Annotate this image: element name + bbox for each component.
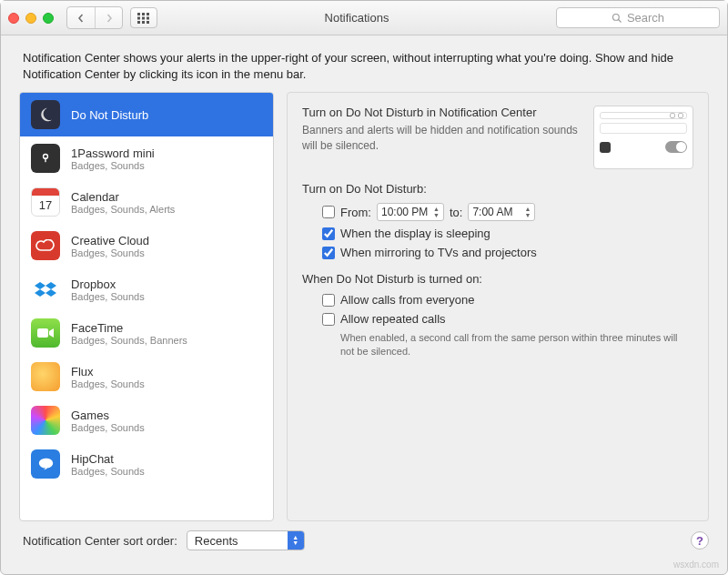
detail-title: Turn on Do Not Disturb in Notification C… xyxy=(302,106,582,119)
svg-rect-2 xyxy=(147,13,149,15)
app-name: Dropbox xyxy=(71,277,145,291)
notification-center-preview xyxy=(593,106,693,169)
from-label: From: xyxy=(340,206,371,219)
sidebar-item-hipchat[interactable]: HipChatBadges, Sounds xyxy=(20,442,273,486)
titlebar: Notifications Search xyxy=(1,1,727,35)
dropbox-icon xyxy=(31,275,60,304)
1password-icon xyxy=(31,144,60,173)
to-label: to: xyxy=(450,206,462,219)
intro-text: Notification Center shows your alerts in… xyxy=(1,35,727,92)
from-time-field[interactable]: 10:00 PM ▲▼ xyxy=(377,203,444,221)
mirroring-row: When mirroring to TVs and projectors xyxy=(322,246,693,259)
display-sleeping-row: When the display is sleeping xyxy=(322,227,693,240)
sort-order-value: Recents xyxy=(195,534,238,548)
zoom-icon[interactable] xyxy=(43,13,54,24)
moon-icon xyxy=(600,142,611,153)
stepper-icon[interactable]: ▲▼ xyxy=(524,206,531,218)
detail-header: Turn on Do Not Disturb in Notification C… xyxy=(302,106,693,169)
allow-everyone-row: Allow calls from everyone xyxy=(322,293,693,307)
app-sub: Badges, Sounds, Alerts xyxy=(71,204,175,215)
svg-rect-5 xyxy=(147,16,149,19)
preferences-window: Notifications Search Notification Center… xyxy=(0,0,728,575)
sidebar-item-calendar[interactable]: 17 CalendarBadges, Sounds, Alerts xyxy=(20,180,273,224)
sidebar-item-flux[interactable]: FluxBadges, Sounds xyxy=(20,355,273,398)
schedule-from-row: From: 10:00 PM ▲▼ to: 7:00 AM ▲▼ xyxy=(322,203,693,221)
hipchat-icon xyxy=(31,449,60,479)
app-sub: Badges, Sounds xyxy=(71,378,145,389)
search-icon xyxy=(612,13,622,24)
search-placeholder: Search xyxy=(627,11,664,25)
show-all-button[interactable] xyxy=(130,7,157,28)
display-sleeping-checkbox[interactable] xyxy=(322,227,335,240)
allow-everyone-label: Allow calls from everyone xyxy=(340,293,474,307)
svg-rect-0 xyxy=(137,13,140,15)
sort-order-select[interactable]: Recents ▲▼ xyxy=(187,530,305,550)
svg-rect-13 xyxy=(37,328,48,338)
footer: Notification Center sort order: Recents … xyxy=(1,521,727,574)
forward-button[interactable] xyxy=(95,7,122,28)
app-name: FaceTime xyxy=(71,321,187,335)
sidebar-item-dropbox[interactable]: DropboxBadges, Sounds xyxy=(20,267,273,311)
allow-repeated-checkbox[interactable] xyxy=(322,313,335,326)
svg-rect-8 xyxy=(147,21,149,24)
game-center-icon xyxy=(31,406,60,435)
moon-icon xyxy=(31,100,60,129)
minimize-icon[interactable] xyxy=(25,13,36,24)
search-mini-icon xyxy=(670,113,675,118)
app-name: Do Not Disturb xyxy=(71,108,148,122)
mirroring-checkbox[interactable] xyxy=(322,247,335,259)
app-name: 1Password mini xyxy=(71,146,155,160)
schedule-label: Turn on Do Not Disturb: xyxy=(302,182,693,196)
sort-order-label: Notification Center sort order: xyxy=(23,534,177,548)
window-title: Notifications xyxy=(165,11,549,25)
app-list[interactable]: Do Not Disturb 1Password miniBadges, Sou… xyxy=(19,92,274,521)
from-time-value: 10:00 PM xyxy=(381,206,428,218)
grid-icon xyxy=(137,13,150,24)
help-button[interactable]: ? xyxy=(691,531,709,550)
facetime-icon xyxy=(31,318,60,348)
from-checkbox[interactable] xyxy=(322,206,335,218)
svg-point-9 xyxy=(612,14,619,20)
sidebar-item-facetime[interactable]: FaceTimeBadges, Sounds, Banners xyxy=(20,311,273,355)
svg-rect-4 xyxy=(142,16,145,19)
detail-description: Banners and alerts will be hidden and no… xyxy=(302,123,582,152)
chevron-right-icon xyxy=(105,14,114,23)
sidebar-item-creative-cloud[interactable]: Creative CloudBadges, Sounds xyxy=(20,224,273,267)
back-button[interactable] xyxy=(67,7,95,28)
watermark: wsxdn.com xyxy=(673,560,719,570)
chevron-left-icon xyxy=(76,14,86,23)
sidebar-item-1password[interactable]: 1Password miniBadges, Sounds xyxy=(20,136,273,180)
toggle-icon xyxy=(665,141,687,153)
sidebar-item-games[interactable]: GamesBadges, Sounds xyxy=(20,398,273,442)
mirroring-label: When mirroring to TVs and projectors xyxy=(340,246,537,259)
select-arrows-icon: ▲▼ xyxy=(288,531,304,550)
allow-repeated-row: Allow repeated calls xyxy=(322,312,693,326)
sidebar-item-do-not-disturb[interactable]: Do Not Disturb xyxy=(20,93,273,136)
svg-rect-12 xyxy=(45,158,46,163)
app-name: Creative Cloud xyxy=(71,234,149,247)
help-icon: ? xyxy=(696,534,703,548)
app-name: Flux xyxy=(71,365,145,378)
main-content: Do Not Disturb 1Password miniBadges, Sou… xyxy=(1,92,727,521)
app-sub: Badges, Sounds, Banners xyxy=(71,335,187,346)
stepper-icon[interactable]: ▲▼ xyxy=(433,206,440,218)
search-input[interactable]: Search xyxy=(556,7,720,28)
window-controls xyxy=(8,13,54,24)
allow-everyone-checkbox[interactable] xyxy=(322,294,335,307)
calendar-icon: 17 xyxy=(31,187,60,217)
svg-rect-3 xyxy=(137,16,140,19)
creative-cloud-icon xyxy=(31,231,60,260)
repeated-calls-hint: When enabled, a second call from the sam… xyxy=(340,331,693,358)
to-time-value: 7:00 AM xyxy=(472,206,512,218)
app-sub: Badges, Sounds xyxy=(71,247,149,258)
display-sleeping-label: When the display is sleeping xyxy=(340,227,490,240)
flux-icon xyxy=(31,362,60,391)
app-sub: Badges, Sounds xyxy=(71,422,145,433)
svg-line-10 xyxy=(618,19,621,22)
list-mini-icon xyxy=(678,113,683,118)
app-sub: Badges, Sounds xyxy=(71,466,145,477)
app-name: HipChat xyxy=(71,452,145,466)
detail-pane: Turn on Do Not Disturb in Notification C… xyxy=(287,92,709,521)
to-time-field[interactable]: 7:00 AM ▲▼ xyxy=(468,203,535,221)
close-icon[interactable] xyxy=(8,13,19,24)
